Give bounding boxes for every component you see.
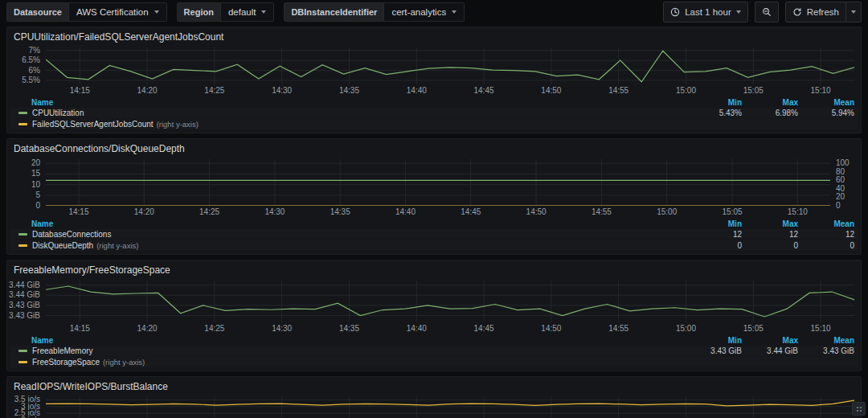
dots-grid-icon bbox=[856, 406, 862, 412]
x-tick-label: 14:45 bbox=[474, 324, 494, 333]
x-tick-label: 15:00 bbox=[676, 86, 696, 95]
series-color-dash-icon bbox=[18, 244, 27, 247]
chart-svg bbox=[46, 281, 854, 322]
panel-title[interactable]: CPUUtilization/FailedSQLServerAgentJobsC… bbox=[7, 27, 861, 46]
y-axis-right bbox=[854, 281, 861, 322]
plot-area[interactable] bbox=[46, 159, 830, 206]
legend-header-min[interactable]: Min bbox=[689, 219, 745, 228]
legend-min-value: 3.43 GiB bbox=[689, 346, 745, 355]
legend-header: Name Min Max Mean bbox=[10, 335, 858, 346]
x-tick-label: 14:40 bbox=[407, 324, 427, 333]
x-tick-label: 15:05 bbox=[743, 86, 764, 95]
region-value[interactable]: default bbox=[220, 3, 274, 21]
series-color-dash-icon bbox=[18, 123, 27, 125]
chevron-down-icon bbox=[452, 10, 457, 14]
x-tick-label: 14:40 bbox=[407, 86, 427, 95]
x-tick-label: 14:15 bbox=[70, 86, 90, 95]
x-tick-label: 14:25 bbox=[204, 324, 224, 333]
y-tick-label-right: 20 bbox=[836, 193, 845, 201]
y-tick-label-right: 80 bbox=[836, 168, 845, 176]
x-tick-label: 15:10 bbox=[788, 207, 808, 216]
x-tick-label: 14:20 bbox=[137, 324, 158, 333]
legend-row: DatabaseConnections121212 bbox=[10, 229, 858, 240]
legend-axis-suffix: (right y-axis) bbox=[96, 241, 138, 250]
legend-header-mean[interactable]: Mean bbox=[801, 336, 858, 345]
chart-area: 0 io/s0.5 io/s1 io/s1.5 io/s2 io/s2.5 io… bbox=[7, 397, 861, 418]
legend-series-name[interactable]: DatabaseConnections bbox=[32, 230, 689, 239]
panel-title[interactable]: DatabaseConnections/DiskQueueDepth bbox=[7, 139, 861, 158]
panel-stack: CPUUtilization/FailedSQLServerAgentJobsC… bbox=[0, 24, 868, 418]
legend-header-min[interactable]: Min bbox=[689, 98, 745, 107]
legend: Name Min Max Mean FreeableMemory3.43 GiB… bbox=[7, 334, 861, 371]
legend-header-mean[interactable]: Mean bbox=[801, 219, 858, 228]
chart-area: 5.5%6%6.5%7% bbox=[7, 47, 861, 84]
legend-series-name[interactable]: FreeableMemory bbox=[32, 346, 689, 355]
legend-header-max[interactable]: Max bbox=[745, 336, 801, 345]
legend-mean-value: 5.94% bbox=[801, 109, 858, 117]
legend-max-value: 0 bbox=[745, 241, 801, 250]
refresh-interval-dropdown[interactable] bbox=[845, 2, 861, 22]
legend-header-name[interactable]: Name bbox=[10, 219, 689, 228]
legend-series-name[interactable]: CPUUtilization bbox=[32, 109, 689, 117]
chart-svg bbox=[46, 47, 854, 84]
y-axis-left: 5.5%6%6.5%7% bbox=[7, 47, 46, 84]
y-tick-label: 5 bbox=[35, 191, 40, 199]
panel-title[interactable]: ReadIOPS/WriteIOPS/BurstBalance bbox=[7, 377, 861, 395]
time-range-button[interactable]: Last 1 hour bbox=[664, 2, 747, 22]
legend-mean-value: 12 bbox=[801, 230, 858, 239]
legend-max-value: 6.98% bbox=[745, 109, 801, 117]
chart-svg bbox=[46, 397, 854, 418]
time-picker: Last 1 hour bbox=[663, 2, 748, 23]
x-tick-label: 14:45 bbox=[474, 86, 494, 95]
x-tick-label: 15:10 bbox=[811, 86, 831, 95]
legend-row: CPUUtilization5.43%6.98%5.94% bbox=[10, 108, 858, 118]
chevron-down-icon bbox=[736, 10, 741, 14]
legend-header-max[interactable]: Max bbox=[745, 219, 801, 228]
plot-area[interactable] bbox=[46, 281, 854, 322]
dashboard-toolbar: Datasource AWS Certification Region defa… bbox=[0, 0, 868, 24]
y-tick-label: 15 bbox=[31, 170, 40, 178]
legend-header: Name Min Max Mean bbox=[10, 219, 858, 229]
y-tick-label: 7% bbox=[29, 47, 40, 55]
legend-series-name[interactable]: FailedSQLServerAgentJobsCount(right y-ax… bbox=[32, 120, 689, 129]
legend-min-value: 5.43% bbox=[689, 109, 745, 117]
plot-area[interactable] bbox=[46, 397, 854, 418]
legend-header: Name Min Max Mean bbox=[10, 97, 858, 108]
panel-title[interactable]: FreeableMemory/FreeStorageSpace bbox=[7, 260, 861, 279]
x-tick-label: 14:30 bbox=[264, 207, 285, 216]
series-line-FreeableMemory bbox=[46, 286, 854, 317]
y-tick-label: 20 bbox=[31, 159, 40, 167]
refresh-button[interactable]: Refresh bbox=[786, 2, 845, 22]
scroll-indicator-button[interactable] bbox=[852, 402, 866, 416]
y-tick-label: 3.43 GiB bbox=[9, 301, 40, 309]
legend-series-name[interactable]: DiskQueueDepth(right y-axis) bbox=[32, 241, 689, 250]
x-tick-label: 15:00 bbox=[676, 324, 696, 333]
x-axis-spacer-right bbox=[854, 84, 861, 96]
x-tick-label: 14:15 bbox=[70, 324, 90, 333]
dbinstance-value[interactable]: cert-analytics bbox=[383, 3, 464, 21]
dbinstance-selector[interactable]: DBInstanceIdentifier cert-analytics bbox=[284, 2, 465, 22]
refresh-control: Refresh bbox=[785, 2, 862, 23]
datasource-selector[interactable]: Datasource AWS Certification bbox=[6, 2, 167, 22]
y-axis-right bbox=[854, 47, 861, 84]
legend-series-name[interactable]: FreeStorageSpace(right y-axis) bbox=[32, 358, 689, 367]
legend-header-name[interactable]: Name bbox=[10, 98, 689, 107]
y-tick-label: 3.44 GiB bbox=[9, 291, 40, 299]
legend-header-mean[interactable]: Mean bbox=[801, 98, 858, 107]
legend-row: FreeStorageSpace(right y-axis) bbox=[10, 357, 858, 367]
datasource-value[interactable]: AWS Certification bbox=[68, 3, 166, 21]
legend-header-min[interactable]: Min bbox=[689, 336, 745, 345]
chevron-down-icon bbox=[261, 10, 266, 14]
region-selector[interactable]: Region default bbox=[177, 2, 275, 22]
legend-header-max[interactable]: Max bbox=[745, 98, 801, 107]
plot-area[interactable] bbox=[46, 47, 854, 84]
refresh-label: Refresh bbox=[807, 7, 839, 17]
x-tick-label: 14:15 bbox=[68, 207, 88, 216]
time-range-label: Last 1 hour bbox=[685, 7, 731, 17]
legend-axis-suffix: (right y-axis) bbox=[103, 358, 145, 367]
legend-header-name[interactable]: Name bbox=[10, 336, 689, 345]
series-color-dash-icon bbox=[18, 112, 27, 114]
zoom-out-button[interactable] bbox=[755, 2, 779, 23]
y-tick-label-right: 0 bbox=[836, 202, 841, 210]
x-tick-label: 15:10 bbox=[811, 324, 831, 333]
